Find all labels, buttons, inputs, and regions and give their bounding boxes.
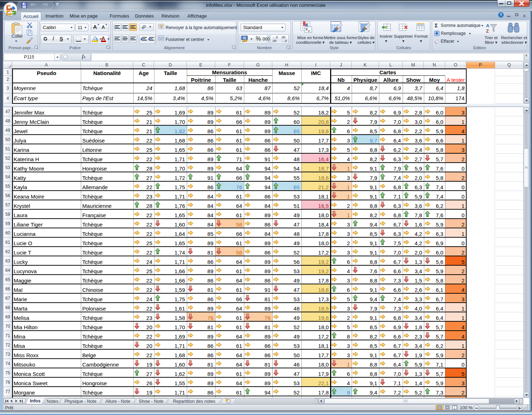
svg-text:A: A bbox=[486, 23, 490, 28]
svg-text:?: ? bbox=[500, 13, 502, 17]
svg-text:≤: ≤ bbox=[306, 27, 308, 31]
svg-text:Z: Z bbox=[486, 28, 489, 34]
svg-text:≠: ≠ bbox=[308, 29, 310, 33]
